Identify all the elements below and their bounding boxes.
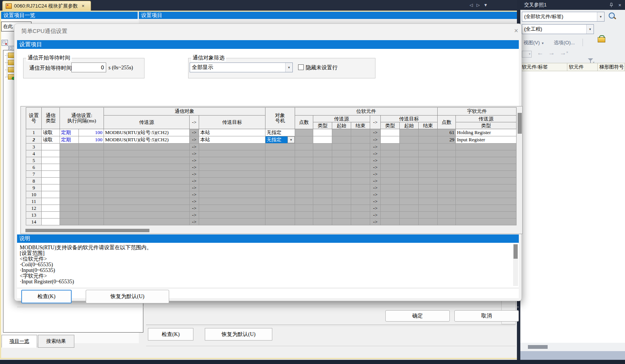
dialog-close-icon[interactable]: × bbox=[512, 27, 520, 35]
column-device-label[interactable]: 软元件/标签 bbox=[520, 63, 567, 71]
jump-clear-icon[interactable]: →× bbox=[560, 49, 568, 57]
nav-more-icon[interactable]: ▼ bbox=[484, 3, 488, 8]
description-vscrollbar[interactable] bbox=[513, 244, 518, 286]
description-line: [设置范围] bbox=[20, 250, 519, 256]
comm-type-cell[interactable] bbox=[42, 150, 60, 157]
editor-check-button[interactable]: 检查(K) bbox=[148, 328, 193, 341]
source-cell[interactable]: MODBUS(RTU)(站号:5)(CH2) bbox=[104, 136, 190, 144]
comm-type-cell[interactable] bbox=[42, 205, 60, 212]
header-start: 起始 bbox=[332, 122, 351, 129]
nav-right-icon[interactable]: ▷ bbox=[476, 3, 479, 8]
comm-type-cell[interactable]: 读取 bbox=[42, 129, 60, 136]
combo-arrow-icon[interactable]: ▼ bbox=[597, 12, 604, 21]
interval-cell[interactable]: 100 bbox=[79, 136, 104, 144]
table-cell bbox=[104, 184, 190, 191]
arrow-cell: -> bbox=[370, 157, 381, 164]
comm-type-cell[interactable] bbox=[42, 164, 60, 171]
row-number-cell: 14 bbox=[26, 219, 42, 225]
scrollbar-thumb[interactable] bbox=[514, 244, 518, 259]
object-no-cell-selected[interactable]: 无指定▼ bbox=[265, 136, 295, 144]
bit-source-type-cell[interactable] bbox=[313, 136, 332, 144]
dropdown-arrow-icon[interactable]: ▼ bbox=[287, 136, 295, 143]
jump-clear-arrow: → bbox=[560, 49, 566, 56]
table-cell bbox=[438, 144, 456, 150]
tree-item[interactable] bbox=[5, 53, 14, 58]
scope-filter-combo[interactable]: (全工程) ▼ bbox=[522, 24, 594, 34]
bit-target-type-cell[interactable] bbox=[381, 129, 400, 136]
options-menu[interactable]: 选项(O)... bbox=[554, 39, 575, 46]
table-cell bbox=[332, 171, 351, 178]
tree-expand-icon[interactable] bbox=[2, 40, 8, 46]
comm-type-cell[interactable] bbox=[42, 144, 60, 150]
table-vscrollbar[interactable] bbox=[517, 108, 522, 228]
target-cell[interactable]: 本站 bbox=[199, 136, 265, 144]
scrollbar-thumb[interactable] bbox=[518, 113, 522, 134]
table-cell bbox=[400, 205, 419, 212]
target-cell[interactable]: 本站 bbox=[199, 129, 265, 136]
table-cell bbox=[381, 178, 400, 184]
search-icon[interactable] bbox=[608, 12, 617, 22]
bit-source-type-cell[interactable] bbox=[313, 129, 332, 136]
restore-default-button[interactable]: 恢复为默认(U) bbox=[86, 290, 169, 303]
jump-history-combo[interactable]: ▼ bbox=[522, 51, 532, 58]
comm-type-cell[interactable] bbox=[42, 184, 60, 191]
table-cell bbox=[438, 150, 456, 157]
timing-cell[interactable]: 定期 bbox=[60, 136, 79, 144]
checkbox-box[interactable] bbox=[298, 64, 304, 70]
device-filter-combo[interactable]: (全部软元件/标签) ▼ bbox=[522, 12, 605, 22]
condition-settings-icon[interactable] bbox=[597, 34, 607, 43]
pin-icon[interactable] bbox=[609, 3, 614, 8]
tab-project-list[interactable]: 项目一览 bbox=[2, 335, 37, 348]
column-device[interactable]: 软元件 bbox=[567, 63, 598, 71]
tab-close-icon[interactable]: × bbox=[82, 3, 85, 9]
header-bit-device: 位软元件 bbox=[295, 108, 438, 116]
check-button[interactable]: 检查(K) bbox=[21, 290, 72, 303]
table-row: 2读取定期100MODBUS(RTU)(站号:5)(CH2)->本站无指定▼->… bbox=[26, 136, 517, 144]
description-line: <位软元件> bbox=[20, 256, 519, 262]
comm-type-cell[interactable] bbox=[42, 178, 60, 184]
hide-unset-checkbox[interactable]: 隐藏未设置行 bbox=[298, 64, 338, 71]
tree-item[interactable] bbox=[5, 60, 14, 65]
cancel-button[interactable]: 取消 bbox=[454, 310, 519, 322]
tab-module-extended-parameter[interactable]: 0060:RJ71C24 模块扩展参数 × bbox=[2, 1, 91, 11]
panel-close-icon[interactable]: × bbox=[618, 2, 621, 8]
comm-type-cell[interactable] bbox=[42, 171, 60, 178]
jump-back-icon[interactable]: ← bbox=[537, 49, 543, 57]
jump-forward-icon[interactable]: → bbox=[548, 49, 555, 57]
column-ladder-symbol[interactable]: 梯形图符号 bbox=[598, 63, 625, 71]
combo-arrow-icon[interactable]: ▼ bbox=[285, 63, 292, 72]
source-cell[interactable]: MODBUS(RTU)(站号:5)(CH2) bbox=[104, 129, 190, 136]
ok-button[interactable]: 确定 bbox=[385, 310, 450, 322]
comm-type-cell[interactable]: 读取 bbox=[42, 136, 60, 144]
table-row: 12->-> bbox=[26, 205, 517, 212]
interval-cell[interactable]: 100 bbox=[79, 129, 104, 136]
comm-type-cell[interactable] bbox=[42, 157, 60, 164]
table-cell bbox=[79, 144, 104, 150]
scrollbar-thumb[interactable] bbox=[25, 229, 149, 232]
comm-type-cell[interactable] bbox=[42, 198, 60, 205]
tree-item[interactable] bbox=[5, 67, 14, 72]
nav-left-icon[interactable]: ◁ bbox=[470, 3, 473, 8]
jump-clear-x: × bbox=[566, 50, 568, 54]
view-menu[interactable]: 视图(V) ▼ bbox=[523, 39, 544, 46]
comm-type-cell[interactable] bbox=[42, 219, 60, 225]
table-cell bbox=[199, 198, 265, 205]
object-no-cell[interactable]: 无指定 bbox=[265, 129, 295, 136]
timing-cell[interactable]: 定期 bbox=[60, 129, 79, 136]
combo-arrow-icon[interactable]: ▼ bbox=[586, 25, 594, 34]
table-hscrollbar[interactable] bbox=[23, 228, 515, 233]
wait-time-input[interactable]: 0 bbox=[71, 62, 106, 72]
tab-search-result[interactable]: 搜索结果 bbox=[38, 335, 74, 348]
editor-restore-default-button[interactable]: 恢复为默认(U) bbox=[205, 328, 272, 341]
cross-reference-hscrollbar[interactable] bbox=[520, 343, 625, 351]
arrow-cell: -> bbox=[190, 219, 199, 225]
filter-combo[interactable]: 全部显示 ▼ bbox=[190, 62, 293, 72]
tree-item[interactable] bbox=[5, 74, 14, 80]
word-source-type-cell[interactable]: Input Register bbox=[456, 136, 517, 144]
scrollbar-thumb[interactable] bbox=[528, 345, 548, 349]
word-source-type-cell[interactable]: Holding Register bbox=[456, 129, 517, 136]
comm-type-cell[interactable] bbox=[42, 212, 60, 219]
bit-target-type-cell[interactable] bbox=[381, 136, 400, 144]
comm-type-cell[interactable] bbox=[42, 191, 60, 198]
table-cell bbox=[60, 184, 79, 191]
